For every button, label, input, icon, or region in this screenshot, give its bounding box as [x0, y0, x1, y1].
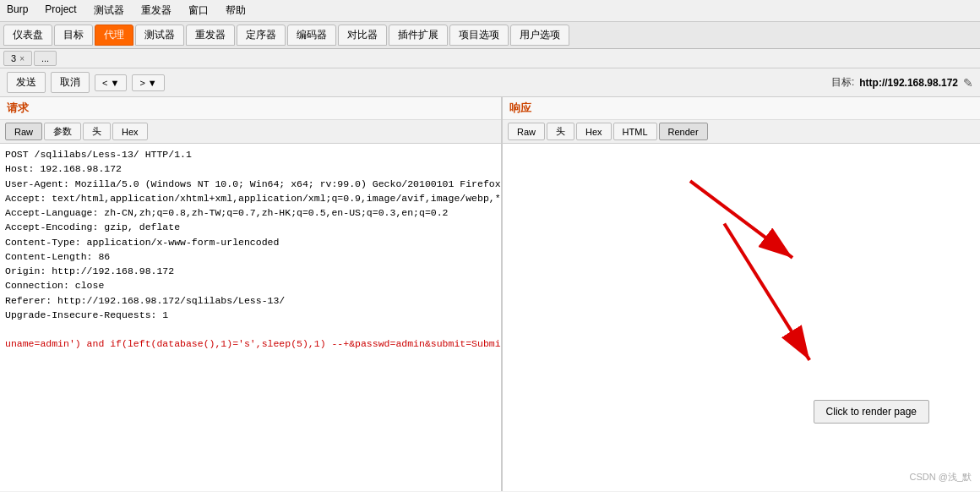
- request-line-10: Connection: close: [5, 278, 496, 292]
- request-line-2: Host: 192.168.98.172: [5, 161, 496, 176]
- target-label: 目标:: [831, 75, 854, 90]
- request-line-12: Upgrade-Insecure-Requests: 1: [5, 308, 496, 322]
- menu-burp[interactable]: Burp: [3, 2, 31, 19]
- main-tab-bar: 仪表盘 目标 代理 测试器 重发器 定序器 编码器 对比器 插件扩展 项目选项 …: [0, 22, 980, 49]
- send-button[interactable]: 发送: [7, 72, 46, 93]
- target-area: 目标: http://192.168.98.172 ✎: [831, 75, 973, 90]
- close-icon[interactable]: ×: [19, 54, 24, 63]
- tab-comparer[interactable]: 对比器: [338, 25, 387, 46]
- tab-sequencer[interactable]: 定序器: [237, 25, 286, 46]
- request-line-8: Content-Length: 86: [5, 249, 496, 264]
- tab-decoder[interactable]: 编码器: [287, 25, 336, 46]
- left-panel: 请求 Raw 参数 头 Hex POST /sqlilabs/Less-13/ …: [0, 97, 503, 491]
- response-tab-hex[interactable]: Hex: [576, 123, 612, 140]
- request-body[interactable]: POST /sqlilabs/Less-13/ HTTP/1.1 Host: 1…: [0, 144, 501, 491]
- response-tab-render[interactable]: Render: [659, 123, 708, 140]
- svg-line-3: [724, 224, 809, 360]
- tab-intruder[interactable]: 测试器: [135, 25, 184, 46]
- menu-tester[interactable]: 测试器: [90, 2, 128, 19]
- toolbar: 发送 取消 < ▼ > ▼ 目标: http://192.168.98.172 …: [0, 68, 980, 97]
- nav-forward-button[interactable]: > ▼: [132, 74, 164, 91]
- request-line-5: Accept-Language: zh-CN,zh;q=0.8,zh-TW;q=…: [5, 205, 496, 220]
- sub-tab-bar: 3 × ...: [0, 49, 980, 68]
- target-url: http://192.168.98.172: [859, 77, 958, 89]
- request-line-blank: [5, 322, 496, 336]
- request-line-11: Referer: http://192.168.98.172/sqlilabs/…: [5, 293, 496, 308]
- response-header: 响应: [503, 97, 980, 120]
- right-panel: 响应 Raw 头 Hex HTML Render: [503, 97, 980, 491]
- request-tab-hex[interactable]: Hex: [112, 123, 148, 140]
- arrow-decorations: [503, 144, 980, 491]
- tab-proxy[interactable]: 代理: [95, 25, 133, 46]
- menu-window[interactable]: 窗口: [185, 2, 212, 19]
- request-tab-headers[interactable]: 头: [83, 123, 111, 140]
- tab-extensions[interactable]: 插件扩展: [389, 25, 448, 46]
- menu-project[interactable]: Project: [41, 2, 79, 19]
- response-tab-headers[interactable]: 头: [547, 123, 574, 140]
- tab-dashboard[interactable]: 仪表盘: [3, 25, 52, 46]
- request-line-3: User-Agent: Mozilla/5.0 (Windows NT 10.0…: [5, 177, 496, 191]
- tab-user-options[interactable]: 用户选项: [510, 25, 569, 46]
- response-tab-html[interactable]: HTML: [613, 123, 657, 140]
- tab-repeater[interactable]: 重发器: [186, 25, 235, 46]
- tab-target[interactable]: 目标: [54, 25, 93, 46]
- request-tab-raw[interactable]: Raw: [5, 123, 42, 140]
- cancel-button[interactable]: 取消: [51, 72, 90, 93]
- menu-bar: Burp Project 测试器 重发器 窗口 帮助: [0, 0, 980, 22]
- request-tab-params[interactable]: 参数: [44, 123, 81, 140]
- request-line-9: Origin: http://192.168.98.172: [5, 264, 496, 278]
- request-line-4: Accept: text/html,application/xhtml+xml,…: [5, 191, 496, 205]
- menu-help[interactable]: 帮助: [222, 2, 249, 19]
- request-line-7: Content-Type: application/x-www-form-url…: [5, 235, 496, 249]
- response-tabs: Raw 头 Hex HTML Render: [503, 120, 980, 144]
- watermark: CSDN @浅_默: [909, 471, 972, 484]
- sub-tab-dots[interactable]: ...: [34, 51, 57, 66]
- request-line-6: Accept-Encoding: gzip, deflate: [5, 220, 496, 234]
- response-tab-raw[interactable]: Raw: [508, 123, 545, 140]
- request-line-payload: uname=admin') and if(left(database(),1)=…: [5, 336, 496, 351]
- svg-line-2: [690, 181, 792, 258]
- menu-repeater[interactable]: 重发器: [138, 2, 175, 19]
- sub-tab-3[interactable]: 3 ×: [3, 51, 32, 66]
- edit-icon[interactable]: ✎: [963, 76, 973, 90]
- sub-tab-dots-label: ...: [41, 53, 49, 63]
- request-tabs: Raw 参数 头 Hex: [0, 120, 501, 144]
- tab-project-options[interactable]: 项目选项: [449, 25, 509, 46]
- sub-tab-number: 3: [11, 53, 16, 63]
- main-content: 请求 Raw 参数 头 Hex POST /sqlilabs/Less-13/ …: [0, 97, 980, 491]
- request-header: 请求: [0, 97, 501, 120]
- request-line-1: POST /sqlilabs/Less-13/ HTTP/1.1: [5, 147, 496, 161]
- nav-back-button[interactable]: < ▼: [95, 74, 127, 91]
- render-area: Click to render page: [503, 144, 980, 491]
- render-page-button[interactable]: Click to render page: [814, 400, 929, 424]
